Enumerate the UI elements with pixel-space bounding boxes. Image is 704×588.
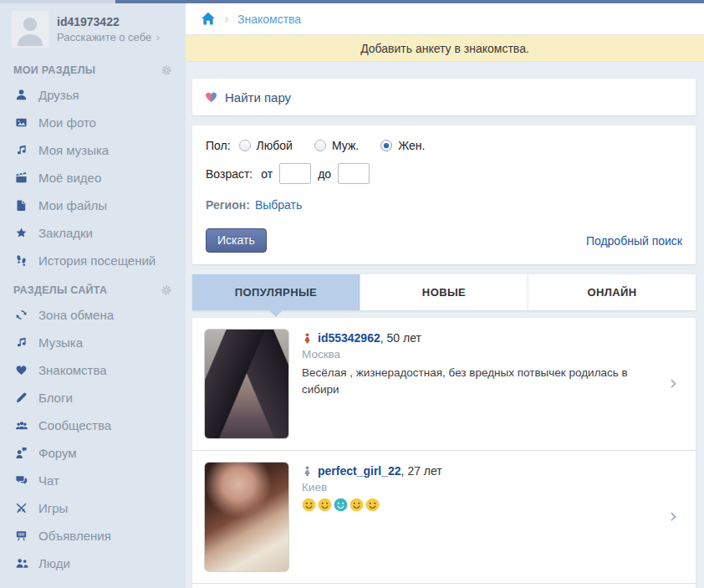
forum-icon bbox=[13, 447, 29, 459]
chevron-right-icon: › bbox=[669, 371, 677, 395]
region-label: Регион: bbox=[206, 198, 250, 212]
heart-icon bbox=[13, 364, 29, 376]
sidebar-item[interactable]: Сообщества bbox=[0, 412, 186, 439]
user-id[interactable]: id41973422 bbox=[57, 15, 160, 28]
sidebar-item[interactable]: Закладки bbox=[0, 219, 186, 247]
chat-icon bbox=[13, 474, 29, 487]
file-icon bbox=[13, 199, 29, 212]
age-to-input[interactable] bbox=[338, 163, 370, 184]
sidebar-section-header: МОИ РАЗДЕЛЫ bbox=[0, 64, 186, 76]
exchange-icon bbox=[13, 309, 29, 321]
find-pair-header: Найти пару bbox=[192, 79, 696, 115]
sidebar-item[interactable]: Игры bbox=[0, 494, 186, 522]
tabs-bar: ПОПУЛЯРНЫЕНОВЫЕОНЛАЙН bbox=[192, 274, 696, 310]
sidebar-item[interactable]: Люди bbox=[0, 550, 186, 577]
sidebar-item[interactable]: Моё видео bbox=[0, 164, 186, 192]
sidebar-item-label: Форум bbox=[38, 446, 77, 460]
find-pair-title[interactable]: Найти пару bbox=[225, 90, 291, 105]
radio-checked-icon[interactable] bbox=[380, 140, 392, 151]
swords-icon bbox=[13, 502, 29, 514]
user-icon bbox=[13, 89, 29, 101]
gender-radio-option[interactable]: Жен. bbox=[380, 139, 425, 152]
blue-smiley-emoji bbox=[334, 498, 348, 512]
profile-row[interactable]: id55342962, 50 летМоскваВесёлая , жизнер… bbox=[192, 318, 696, 450]
photo-icon bbox=[13, 116, 29, 129]
sidebar-section-title: РАЗДЕЛЫ САЙТА bbox=[13, 284, 107, 296]
profile-age: , 27 лет bbox=[401, 464, 442, 478]
profile-username-link[interactable]: perfect_girl_22 bbox=[318, 464, 401, 478]
sidebar-item-label: Люди bbox=[38, 556, 70, 570]
top-strip-light bbox=[0, 0, 115, 3]
gender-radio-option[interactable]: Муж. bbox=[314, 139, 359, 152]
radio-unchecked-icon[interactable] bbox=[314, 140, 326, 151]
home-icon[interactable] bbox=[201, 12, 216, 26]
profile-row[interactable]: perfect_girl_22, 27 летКиев› bbox=[192, 450, 696, 583]
profile-photo[interactable] bbox=[204, 329, 289, 439]
star-icon bbox=[13, 227, 29, 239]
female-icon bbox=[302, 332, 313, 345]
sidebar-item-label: Объявления bbox=[38, 529, 111, 543]
sidebar-section-title: МОИ РАЗДЕЛЫ bbox=[13, 64, 95, 76]
radio-unchecked-icon[interactable] bbox=[239, 140, 251, 151]
sidebar-item-label: Моё видео bbox=[38, 171, 101, 185]
region-select-link[interactable]: Выбрать bbox=[255, 198, 302, 212]
age-from-label: от bbox=[261, 167, 273, 181]
chevron-right-icon: › bbox=[153, 31, 160, 43]
sidebar-item[interactable]: Объявления bbox=[0, 522, 186, 550]
sidebar-item-label: Игры bbox=[38, 501, 68, 515]
gear-icon[interactable] bbox=[161, 284, 172, 296]
sidebar-item[interactable]: Блоги bbox=[0, 384, 186, 412]
age-to-label: до bbox=[318, 167, 331, 181]
profile-photo[interactable] bbox=[204, 462, 289, 572]
tab-2[interactable]: ОНЛАЙН bbox=[528, 274, 696, 310]
tab-0[interactable]: ПОПУЛЯРНЫЕ bbox=[192, 274, 360, 310]
profile-username-link[interactable]: id55342962 bbox=[318, 331, 380, 345]
sidebar-item[interactable]: Форум bbox=[0, 439, 186, 467]
sidebar-item[interactable]: Моя музыка bbox=[0, 136, 186, 164]
music-icon bbox=[13, 336, 29, 349]
laughing-emoji bbox=[302, 498, 316, 512]
sidebar-item[interactable]: История посещений bbox=[0, 247, 186, 274]
avatar[interactable] bbox=[12, 11, 48, 48]
sidebar-user-card[interactable]: id41973422 Расскажите о себе › bbox=[0, 0, 186, 54]
main-content: › Знакомства Добавить анкету в знакомств… bbox=[186, 0, 704, 588]
sidebar-item-label: Моя музыка bbox=[38, 143, 109, 157]
sidebar-item-label: История посещений bbox=[38, 253, 156, 268]
gear-icon[interactable] bbox=[161, 64, 172, 76]
profile-row-partial bbox=[192, 583, 696, 588]
sidebar-item[interactable]: Музыка bbox=[0, 329, 186, 356]
sidebar-item[interactable]: Мои файлы bbox=[0, 192, 186, 219]
profile-city: Киев bbox=[302, 481, 663, 493]
advanced-search-link[interactable]: Подробный поиск bbox=[586, 234, 682, 248]
people-icon bbox=[13, 557, 29, 570]
add-profile-banner[interactable]: Добавить анкету в знакомства. bbox=[186, 35, 704, 62]
profile-emoji-row bbox=[302, 498, 663, 512]
sidebar-item[interactable]: Друзья bbox=[0, 81, 186, 109]
sidebar-item-label: Друзья bbox=[38, 88, 79, 102]
gender-radio-option[interactable]: Любой bbox=[239, 139, 293, 152]
sidebar-item[interactable]: Зона обмена bbox=[0, 301, 186, 329]
age-label: Возраст: bbox=[206, 167, 253, 181]
sidebar-item-label: Мои файлы bbox=[38, 198, 107, 212]
footprints-icon bbox=[13, 254, 29, 267]
user-subtitle[interactable]: Расскажите о себе › bbox=[57, 31, 160, 43]
sidebar-item-label: Мои фото bbox=[38, 115, 96, 130]
sidebar-item[interactable]: Мои фото bbox=[0, 109, 186, 136]
tab-1[interactable]: НОВЫЕ bbox=[360, 274, 528, 310]
search-button[interactable]: Искать bbox=[206, 228, 267, 253]
breadcrumb-current[interactable]: Знакомства bbox=[237, 13, 301, 26]
sidebar-item-label: Закладки bbox=[38, 226, 93, 240]
sidebar-item[interactable]: Чат bbox=[0, 467, 186, 494]
pen-icon bbox=[13, 391, 29, 404]
sidebar-item[interactable]: Знакомства bbox=[0, 356, 186, 384]
video-icon bbox=[13, 171, 29, 184]
music-icon bbox=[13, 144, 29, 156]
sidebar: id41973422 Расскажите о себе › МОИ РАЗДЕ… bbox=[0, 0, 186, 588]
board-icon bbox=[13, 529, 29, 542]
heart-duo-icon bbox=[204, 90, 218, 104]
female-icon bbox=[302, 465, 313, 478]
search-form: Пол: ЛюбойМуж.Жен. Возраст: от до Регион… bbox=[192, 125, 696, 264]
profile-age: , 50 лет bbox=[380, 331, 421, 345]
age-from-input[interactable] bbox=[279, 163, 311, 184]
grin-emoji bbox=[349, 498, 364, 512]
